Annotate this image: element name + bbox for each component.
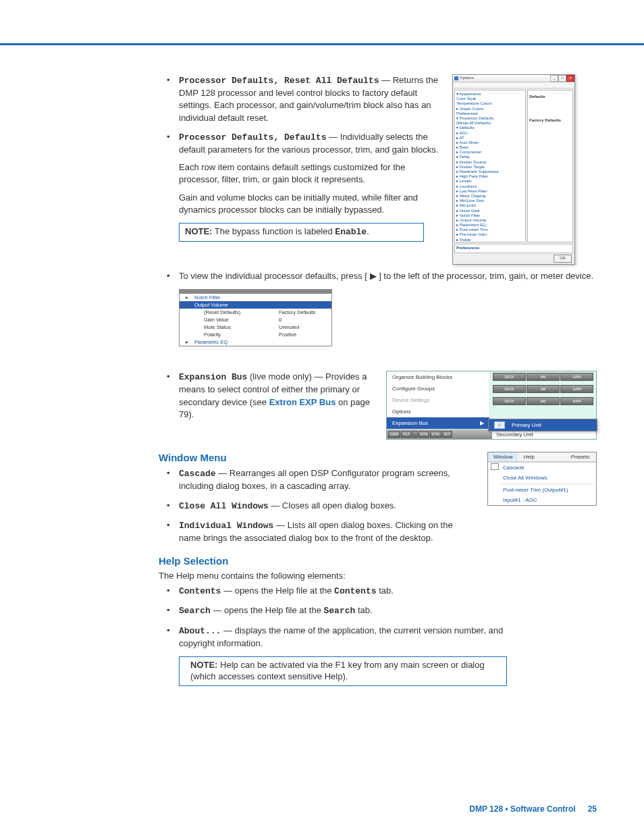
options-icon [454,76,458,80]
tree-item[interactable]: ▸ Noise Gate [456,209,524,213]
tree-item[interactable]: Preferences [456,111,524,116]
tree-item[interactable]: ▸ Auto Mixer [456,140,524,145]
row-value: Unmuted [279,324,331,330]
expand-icon[interactable] [180,309,194,315]
signal-block: FILT [401,431,412,438]
tree-item[interactable]: ▸ Bass [456,145,524,150]
tree-item[interactable]: ▾ Defaults [456,126,524,130]
figure-output-volume: ▸Notch Filter▾Output Volume(Reset Defaul… [179,289,332,346]
tree-item[interactable]: ▸ Compressor [456,150,524,155]
exp-menu-item[interactable]: Organize Building Blocks [387,371,489,383]
exp-submenu[interactable]: ✓Primary Unit [488,419,597,432]
outvol-row[interactable]: (Reset Defaults)Factory Defaults [180,309,331,316]
tree-item[interactable]: ▸ Post-mixer Trim [456,228,524,232]
min-button[interactable]: _ [550,75,558,82]
tree-item[interactable]: ▸ Low Pass Filter [456,189,524,194]
menu-window[interactable]: Window [488,452,518,461]
tree-item[interactable]: ▾ Appearance [456,92,524,97]
bullet-item: Close All Windows — Closes all open dial… [159,500,469,513]
check-icon: ✓ [494,421,505,429]
win-drop-item[interactable]: Close All Windows [499,473,596,483]
row-name: Gain Value [194,317,279,323]
options-tree[interactable]: ▾ Appearance Color Style Temperature Col… [454,90,526,242]
close-button[interactable]: × [566,75,574,82]
row-name: (Reset Defaults) [194,309,279,315]
exp-bottom-blocks: GAINFILT DYNDYNDLY [387,429,492,439]
top-rule [0,43,644,45]
row-value: Positive [279,332,331,338]
tree-item[interactable]: ▸ Output Volume [456,218,524,223]
outvol-row[interactable]: ▸Notch Filter [180,294,331,301]
bullet-title: Processor Defaults, Reset All Defaults [179,76,379,86]
tree-item[interactable]: ▸ Limiter [456,179,524,184]
tree-item[interactable]: ▸ Treble [456,238,524,242]
tree-item[interactable]: ▸ Notch Filter [456,213,524,218]
link-exp-bus[interactable]: Extron EXP Bus [269,397,336,407]
bullet-view-defaults: To view the individual processor default… [159,270,597,282]
preferences-row[interactable]: Preferences [454,244,573,253]
row-value: Factory Defaults [279,309,331,315]
row-value [279,294,331,301]
signal-block: GAIN [388,431,400,438]
signal-block: DLY [442,431,452,438]
win-menubar[interactable]: Window Help Presets: [488,452,596,462]
expand-icon[interactable] [180,332,194,338]
tree-item[interactable]: ▸ Ducker Target [456,165,524,170]
expand-icon[interactable]: ▸ [180,294,194,301]
tree-item[interactable]: ▸ Graph Colors [456,107,524,111]
win-drop-item[interactable]: Input#1 - AGC [499,495,596,505]
tree-item[interactable]: ▸ AGC [456,131,524,136]
expand-icon[interactable]: ▾ [180,302,194,308]
signal-block: GAIN [560,397,593,405]
exp-menu-item[interactable]: Configure Groups [387,383,489,394]
menu-presets: Presets: [566,452,596,461]
row-value: 0 [279,317,331,323]
exp-menu[interactable]: Organize Building BlocksConfigure Groups… [387,371,490,429]
tree-item[interactable]: ▸ Feedback Suppressor [456,170,524,174]
bullet-item: Search — opens the Help file at the Sear… [159,604,537,617]
tree-item[interactable]: (Reset All Defaults) [456,121,524,126]
outvol-row[interactable]: Mute StatusUnmuted [180,323,331,331]
tree-item[interactable]: ▸ Meter Clipping [456,194,524,199]
ok-button[interactable]: OK [554,255,572,262]
tree-item[interactable]: ▸ Mic/Line Gain [456,199,524,203]
tree-item[interactable]: ▸ Delay [456,155,524,159]
signal-block [412,431,417,438]
exp-sub-item[interactable]: ✓Primary Unit [489,419,597,431]
win-drop-item[interactable]: Post-mixer Trim (Output#1) [499,485,596,495]
max-button[interactable]: □ [558,75,566,82]
figure-window-menu: Window Help Presets: CascadeClose All Wi… [487,452,597,506]
menu-help[interactable]: Help [518,452,539,461]
exp-menu-item[interactable]: Options [387,406,489,417]
exp-menu-item[interactable]: Expansion Bus▶ [387,417,489,429]
tree-item[interactable]: ▸ High Pass Filter [456,174,524,179]
outvol-row[interactable]: ▸Parametric EQ [180,338,331,346]
win-dropdown[interactable]: CascadeClose All WindowsPost-mixer Trim … [488,462,596,505]
tree-item[interactable]: ▸ Parametric EQ [456,223,524,228]
bullet-item: Individual Windows — Lists all open dial… [159,519,469,544]
tree-item[interactable]: ▾ Processor Defaults [456,116,524,121]
tree-item[interactable]: ▸ AT [456,136,524,140]
tree-item[interactable]: ▸ Loudness [456,184,524,189]
bullet-item: Cascade — Rearranges all open DSP Config… [159,467,469,492]
outvol-row[interactable]: Gain Value0 [180,316,331,323]
page-content: Processor Defaults, Reset All Defaults —… [54,74,597,686]
tree-item[interactable]: Temperature Colors [456,101,524,106]
tree-item[interactable]: ▸ Pre-mixer Gain [456,232,524,237]
tree-item[interactable]: Color Style [456,97,524,101]
expand-icon[interactable]: ▸ [180,339,194,345]
outvol-row[interactable]: PolarityPositive [180,331,331,338]
row-name: Mute Status [194,324,279,330]
tree-item[interactable]: ▸ Ducker Source [456,160,524,165]
expand-icon[interactable] [180,324,194,330]
win-drop-item[interactable]: Cascade [499,463,596,473]
cascade-icon [491,463,499,470]
signal-block: DYN [430,431,441,438]
bullet-item: Contents — opens the Help file at the Co… [159,585,537,598]
outvol-row[interactable]: ▾Output Volume [180,301,331,309]
expand-icon[interactable] [180,317,194,323]
tree-item[interactable]: ▸ Mix-point [456,203,524,208]
row-value [279,339,331,345]
row-name: Polarity [194,332,279,338]
bullet-defaults: Processor Defaults, Defaults — Individua… [159,131,439,216]
